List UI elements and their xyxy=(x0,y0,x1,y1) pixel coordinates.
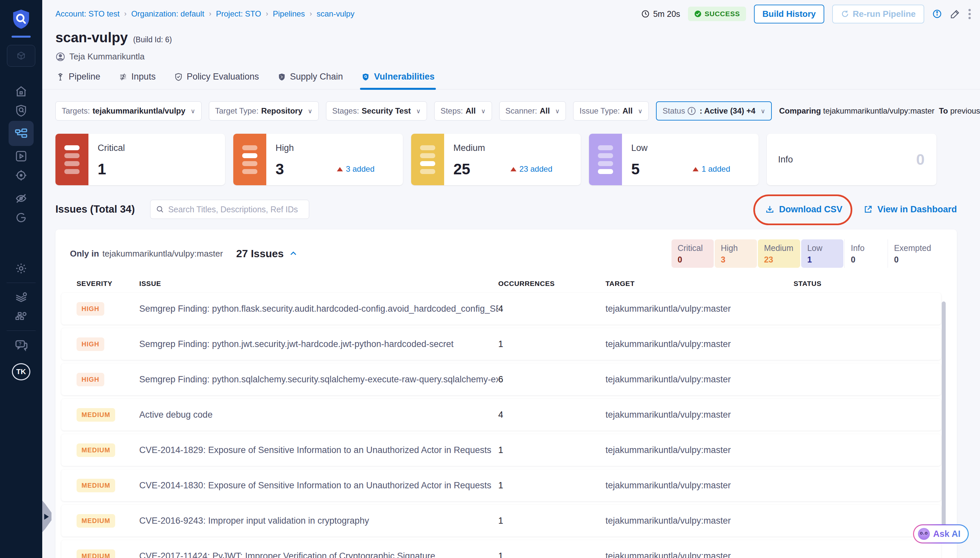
table-row[interactable]: MEDIUM CVE-2017-11424: PyJWT: Improper V… xyxy=(61,540,941,558)
group-scope-label: Only in xyxy=(70,249,99,259)
table-scrollbar[interactable] xyxy=(942,302,946,534)
chip-exempted: Exempted0 xyxy=(888,240,938,268)
issue-title: Active debug code xyxy=(139,410,498,420)
table-row[interactable]: HIGH Semgrep Finding: python.flask.secur… xyxy=(61,293,941,325)
sidebar-nav: ? TK xyxy=(0,67,42,386)
clock-icon xyxy=(641,10,650,18)
chevron-down-icon: ∨ xyxy=(481,107,486,115)
severity-badge: HIGH xyxy=(77,302,104,316)
status-badge: SUCCESS xyxy=(688,7,746,21)
author-row: Teja Kummarikuntla xyxy=(42,51,980,62)
breadcrumb-current-pipeline[interactable]: scan-vulpy xyxy=(316,9,354,18)
card-label: Critical xyxy=(98,143,216,153)
table-row[interactable]: MEDIUM CVE-2014-1829: Exposure of Sensit… xyxy=(61,434,941,466)
view-in-dashboard-button[interactable]: View in Dashboard xyxy=(864,204,957,215)
table-row[interactable]: HIGH Semgrep Finding: python.jwt.securit… xyxy=(61,328,941,360)
occurrences: 4 xyxy=(498,304,605,314)
tab-inputs[interactable]: Inputs xyxy=(119,72,156,89)
occurrences: 1 xyxy=(498,445,605,455)
severity-card-low: Low 5 1 added xyxy=(589,134,759,185)
chip-medium: Medium23 xyxy=(758,240,800,268)
severity-cards: Critical 1 High 3 3 added Medium 25 23 a… xyxy=(42,120,980,185)
sidebar-item-targets[interactable] xyxy=(8,166,34,185)
module-switcher[interactable] xyxy=(7,45,35,67)
user-avatar[interactable]: TK xyxy=(12,363,30,380)
inputs-icon xyxy=(119,73,128,81)
table-row[interactable]: HIGH Semgrep Finding: python.sqlalchemy.… xyxy=(61,364,941,395)
issue-title: Semgrep Finding: python.jwt.security.jwt… xyxy=(139,339,498,350)
col-issue: ISSUE xyxy=(139,280,498,287)
table-row[interactable]: MEDIUM CVE-2014-1830: Exposure of Sensit… xyxy=(61,469,941,501)
issues-table: HIGH Semgrep Finding: python.flask.secur… xyxy=(56,293,957,558)
breadcrumb-separator: › xyxy=(309,10,312,18)
target: tejakummarikuntla/vulpy:master xyxy=(605,551,793,558)
download-csv-button[interactable]: Download CSV xyxy=(765,204,843,215)
severity-card-info: Info 0 xyxy=(767,134,936,185)
card-count: 0 xyxy=(916,151,924,168)
severity-card-high: High 3 3 added xyxy=(233,134,403,185)
filter-targets[interactable]: Targets:tejakummarikuntla/vulpy∨ xyxy=(56,101,201,120)
chevron-down-icon: ∨ xyxy=(761,107,765,115)
filter-stages[interactable]: Stages:Security Test∨ xyxy=(326,101,427,120)
issues-search[interactable] xyxy=(150,200,309,219)
tab-bar: Pipeline Inputs Policy Evaluations Suppl… xyxy=(42,72,980,89)
filter-status[interactable]: Statusi: Active (34) +4∨ xyxy=(656,101,772,120)
user-icon xyxy=(56,52,65,62)
col-target: TARGET xyxy=(605,280,793,287)
chevron-down-icon: ∨ xyxy=(638,107,643,115)
table-header: SEVERITY ISSUE OCCURRENCES TARGET STATUS xyxy=(61,280,941,287)
breadcrumb-account[interactable]: Account: STO test xyxy=(56,9,119,18)
card-count: 5 xyxy=(631,160,640,178)
chip-critical: Critical0 xyxy=(671,240,714,268)
more-options-icon[interactable] xyxy=(969,9,971,19)
filter-scanner[interactable]: Scanner:All∨ xyxy=(499,101,566,120)
sidebar: ? TK xyxy=(0,0,42,558)
build-history-button[interactable]: Build History xyxy=(754,5,825,23)
tab-pipeline[interactable]: Pipeline xyxy=(56,72,100,89)
tab-policy-evaluations[interactable]: Policy Evaluations xyxy=(174,72,259,89)
top-bar: Account: STO test › Organization: defaul… xyxy=(42,0,980,28)
severity-badge: MEDIUM xyxy=(77,408,115,422)
sidebar-item-home[interactable] xyxy=(8,82,34,101)
col-occurrences: OCCURRENCES xyxy=(498,280,605,287)
card-count: 1 xyxy=(98,160,106,178)
table-row[interactable]: MEDIUM CVE-2016-9243: Improper input val… xyxy=(61,505,941,537)
tab-vulnerabilities[interactable]: Vulnerabilities xyxy=(361,72,435,89)
issues-total-title: Issues (Total 34) xyxy=(56,204,135,215)
edit-pipeline-icon[interactable] xyxy=(950,8,960,19)
filter-steps[interactable]: Steps:All∨ xyxy=(434,101,492,120)
sidebar-item-overview[interactable] xyxy=(8,101,34,120)
sidebar-item-governance[interactable] xyxy=(8,307,34,326)
rerun-pipeline-button[interactable]: Re-run Pipeline xyxy=(832,5,924,23)
filter-issue-type[interactable]: Issue Type:All∨ xyxy=(573,101,649,120)
sidebar-item-ignored[interactable] xyxy=(8,189,34,208)
breadcrumb-project[interactable]: Project: STO xyxy=(216,9,261,18)
issues-toolbar: Issues (Total 34) Download CSV View in D… xyxy=(42,200,980,219)
info-icon[interactable] xyxy=(932,9,942,19)
target: tejakummarikuntla/vulpy:master xyxy=(605,516,793,526)
sidebar-item-executions[interactable] xyxy=(8,147,34,166)
table-row[interactable]: MEDIUM Active debug code 4 tejakummariku… xyxy=(61,399,941,430)
issue-title: Semgrep Finding: python.flask.security.a… xyxy=(139,304,498,314)
added-count: 23 added xyxy=(510,164,552,174)
chevron-up-icon[interactable] xyxy=(289,249,298,258)
ask-ai-button[interactable]: Ask AI xyxy=(913,524,969,543)
critical-severity-icon xyxy=(56,134,88,185)
group-issue-count[interactable]: 27 Issues xyxy=(236,248,298,260)
sidebar-item-default-settings[interactable] xyxy=(8,287,34,307)
harness-sto-logo-icon[interactable] xyxy=(11,8,31,31)
tab-supply-chain[interactable]: Supply Chain xyxy=(278,72,343,89)
search-input[interactable] xyxy=(168,205,304,214)
external-link-icon xyxy=(864,205,873,214)
sidebar-item-pipelines[interactable] xyxy=(8,121,34,146)
help-chat-icon[interactable]: ? xyxy=(8,335,34,354)
occurrences: 4 xyxy=(498,410,605,420)
filter-target-type[interactable]: Target Type:Repository∨ xyxy=(209,101,319,120)
target: tejakummarikuntla/vulpy:master xyxy=(605,445,793,455)
sidebar-item-settings[interactable] xyxy=(8,259,34,278)
sidebar-item-get-started[interactable] xyxy=(8,208,34,227)
chevron-down-icon: ∨ xyxy=(191,107,195,115)
breadcrumb-pipelines[interactable]: Pipelines xyxy=(273,9,305,18)
issue-title: CVE-2014-1829: Exposure of Sensitive Inf… xyxy=(139,445,498,455)
breadcrumb-organization[interactable]: Organization: default xyxy=(131,9,204,18)
